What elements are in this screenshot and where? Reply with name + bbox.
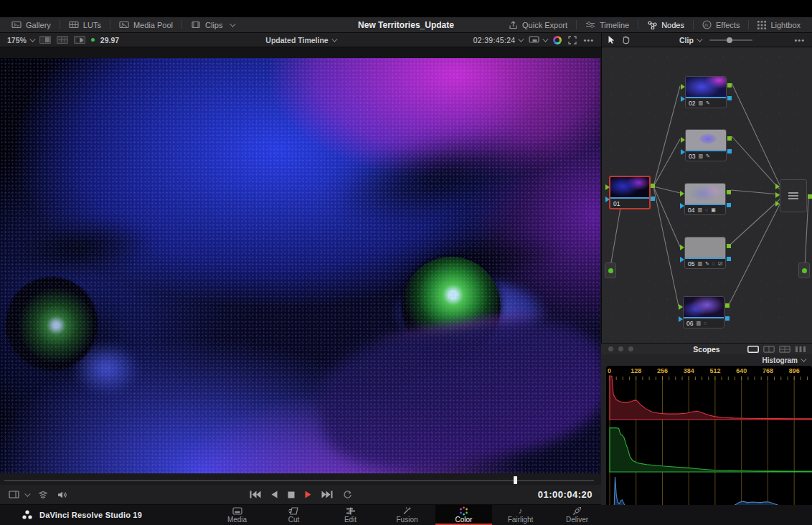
svg-text:384: 384 [684,367,694,374]
node-zoom-slider[interactable] [709,39,752,41]
key-output-connector[interactable] [727,96,732,100]
histogram-scope: 0128256384512640768896 [606,366,812,518]
play-button[interactable] [305,491,311,498]
left-eyebrow [0,197,194,299]
rgb-input-connector[interactable] [679,304,683,310]
key-input-connector[interactable] [680,203,684,209]
toolbar-left-group: Gallery LUTs Media Pool Clips [0,17,238,32]
pointer-tool-icon[interactable] [608,35,615,44]
luts-icon [69,21,79,29]
scope-mode-selector[interactable]: Histogram [601,354,812,366]
key-output-connector[interactable] [727,149,732,153]
node-number: 03 [689,153,695,160]
timeline-button[interactable]: Timeline [581,17,633,32]
image-wipe-icon[interactable] [74,36,85,44]
node-panel-options-menu[interactable]: ••• [794,36,805,44]
lightbox-button[interactable]: Lightbox [753,17,805,32]
lower-lid-highlight [336,297,588,360]
key-output-connector[interactable] [727,203,731,207]
node-view-label: Clip [679,36,694,44]
clips-button[interactable]: Clips [187,17,238,32]
split-screen-icon[interactable] [57,36,68,44]
rgb-output-connector[interactable] [725,303,730,308]
key-input-connector[interactable] [680,257,684,262]
tab-color[interactable]: Color [435,505,492,525]
source-input-node[interactable] [605,262,616,278]
slider-thumb[interactable] [727,37,732,43]
rgb-input-connector[interactable] [605,184,610,190]
rgb-input-connector[interactable] [681,137,685,143]
lower-lid-fold [311,303,601,473]
nodes-button[interactable]: Nodes [643,17,689,32]
viewer-options-menu[interactable]: ••• [583,36,594,44]
color-node-05[interactable]: 05▥ ✎ ◌ ☑ [684,237,726,269]
quick-export-label: Quick Export [522,21,567,29]
node-view-selector[interactable]: Clip [679,36,701,44]
key-output-connector[interactable] [725,316,730,321]
key-output-connector[interactable] [727,257,731,261]
color-node-03[interactable]: 03▥ ✎ [685,129,727,161]
chevron-down-icon [519,36,524,42]
go-to-last-frame-button[interactable] [321,491,333,498]
rgb-input-connector[interactable] [680,191,684,197]
node-graph[interactable]: 0102▥ ✎03▥ ✎04▥ ◌ ▣05▥ ✎ ◌ ☑06▥ ◌ [601,47,812,343]
color-node-02[interactable]: 02▥ ✎ [685,76,727,108]
expand-viewer-icon[interactable] [568,36,577,44]
color-node-04[interactable]: 04▥ ◌ ▣ [684,183,726,215]
color-viewer[interactable] [0,47,601,473]
media-pool-button[interactable]: Media Pool [115,17,177,32]
rgb-output-connector[interactable] [727,190,731,194]
key-output-connector[interactable] [651,197,655,201]
layer-mixer-icon [788,192,798,199]
node-number: 05 [688,260,694,268]
mixer-input-connector[interactable] [775,184,780,189]
gallery-button[interactable]: Gallery [7,17,55,32]
rgb-output-connector[interactable] [651,184,655,188]
go-to-first-frame-button[interactable] [250,491,261,498]
davinci-resolve-logo [22,510,33,520]
layer-mixer-node[interactable] [780,179,807,212]
tab-deliver[interactable]: Deliver [549,505,605,525]
media-pool-label: Media Pool [133,21,173,29]
stop-button[interactable] [288,491,295,498]
key-input-connector[interactable] [679,316,683,322]
key-input-connector[interactable] [605,197,610,202]
rgb-output-connector[interactable] [727,83,732,88]
playhead[interactable] [514,476,517,484]
loop-playback-button[interactable] [343,491,352,499]
key-input-connector[interactable] [681,149,685,155]
rgb-output-connector[interactable] [727,244,731,248]
key-input-connector[interactable] [681,96,685,102]
mixer-output-connector[interactable] [808,194,812,199]
jog-bar[interactable] [0,473,601,485]
tab-cut[interactable]: Cut [265,505,322,525]
hand-tool-icon[interactable] [621,35,631,44]
viewer-timecode-dropdown[interactable]: 02:39:45:24 [473,36,523,44]
rgb-input-connector[interactable] [681,84,685,90]
mixer-input-connector[interactable] [775,192,780,198]
mixer-input-connector[interactable] [775,201,780,207]
play-reverse-button[interactable] [271,491,278,498]
main-toolbar: Gallery LUTs Media Pool Clips Quick [0,17,812,33]
rgb-output-connector[interactable] [727,136,732,141]
quick-export-button[interactable]: Quick Export [504,17,572,32]
color-node-01[interactable]: 01 [609,176,651,209]
tab-fairlight[interactable]: ♪ Fairlight [492,505,549,525]
single-viewer-icon[interactable] [39,36,51,44]
monitor-output-button[interactable] [529,36,547,44]
tab-fusion[interactable]: Fusion [379,505,435,525]
tab-label: Fairlight [508,516,534,524]
jog-track[interactable] [4,480,594,481]
effects-button[interactable]: fx Effects [698,17,744,32]
tab-edit[interactable]: Edit [322,505,379,525]
rgb-input-connector[interactable] [680,245,684,250]
color-trace-icon[interactable] [553,36,562,44]
node-badge-icons: ▥ ◌ [696,321,707,326]
luts-button[interactable]: LUTs [65,17,105,32]
color-node-06[interactable]: 06▥ ◌ [683,296,724,328]
tab-media[interactable]: Media [209,505,265,525]
svg-text:512: 512 [709,367,720,374]
app-name: DaVinci Resolve Studio 19 [39,511,142,519]
final-output-node[interactable] [798,262,810,278]
zoom-level-dropdown[interactable]: 175% [7,36,34,44]
